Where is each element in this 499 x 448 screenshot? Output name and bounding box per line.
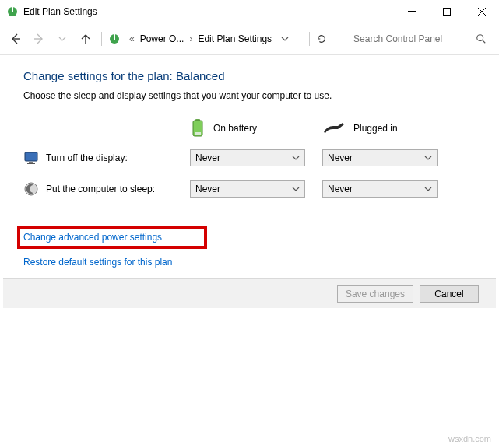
cancel-button[interactable]: Cancel bbox=[420, 285, 479, 303]
plug-icon bbox=[322, 121, 346, 135]
search-icon[interactable] bbox=[476, 33, 493, 44]
chevron-down-icon bbox=[292, 185, 300, 193]
breadcrumb-item-power-options[interactable]: Power O... bbox=[137, 32, 188, 46]
maximize-button[interactable] bbox=[429, 0, 464, 23]
svg-point-6 bbox=[477, 35, 483, 41]
chevron-down-icon bbox=[424, 154, 432, 162]
row-label-display: Turn off the display: bbox=[46, 152, 128, 163]
page-heading: Change settings for the plan: Balanced bbox=[23, 69, 479, 82]
display-battery-dropdown[interactable]: Never bbox=[190, 149, 305, 166]
svg-rect-11 bbox=[29, 162, 33, 163]
sleep-battery-value: Never bbox=[195, 184, 220, 194]
separator bbox=[101, 32, 102, 46]
svg-rect-5 bbox=[114, 34, 115, 40]
address-icon bbox=[108, 33, 121, 45]
chevron-down-icon bbox=[292, 154, 300, 162]
svg-rect-2 bbox=[408, 11, 416, 12]
back-button[interactable] bbox=[6, 30, 25, 48]
svg-rect-12 bbox=[27, 163, 35, 164]
sleep-icon bbox=[23, 181, 39, 197]
svg-rect-9 bbox=[195, 132, 201, 135]
refresh-button[interactable] bbox=[316, 33, 338, 44]
sleep-battery-dropdown[interactable]: Never bbox=[190, 180, 305, 198]
navigation-bar: « Power O... › Edit Plan Settings bbox=[0, 23, 499, 54]
footer-bar: Save changes Cancel bbox=[3, 278, 496, 308]
link-restore-defaults[interactable]: Restore default settings for this plan bbox=[23, 257, 172, 268]
svg-rect-1 bbox=[12, 7, 13, 12]
svg-rect-10 bbox=[25, 152, 37, 161]
save-changes-button[interactable]: Save changes bbox=[337, 285, 413, 303]
column-on-battery: On battery bbox=[190, 118, 322, 138]
chevron-down-icon bbox=[424, 185, 432, 193]
breadcrumb[interactable]: « Power O... › Edit Plan Settings bbox=[125, 32, 276, 46]
sleep-plugged-value: Never bbox=[328, 184, 353, 194]
window-title: Edit Plan Settings bbox=[23, 6, 97, 17]
sleep-plugged-dropdown[interactable]: Never bbox=[322, 180, 438, 198]
column-plugged-in: Plugged in bbox=[322, 121, 455, 135]
title-bar: Edit Plan Settings bbox=[0, 0, 499, 23]
row-turn-off-display: Turn off the display: Never Never bbox=[23, 149, 479, 166]
display-icon bbox=[23, 150, 39, 166]
address-dropdown-icon[interactable] bbox=[281, 35, 303, 43]
row-sleep: Put the computer to sleep: Never Never bbox=[23, 180, 479, 198]
separator bbox=[309, 32, 310, 46]
battery-icon bbox=[190, 118, 206, 138]
recent-dropdown-icon[interactable] bbox=[53, 30, 72, 48]
row-label-sleep: Put the computer to sleep: bbox=[46, 184, 155, 194]
breadcrumb-item-edit-plan[interactable]: Edit Plan Settings bbox=[195, 32, 275, 46]
display-battery-value: Never bbox=[195, 152, 220, 163]
link-advanced-power-settings[interactable]: Change advanced power settings bbox=[17, 226, 207, 249]
breadcrumb-prefix-icon: « bbox=[127, 33, 137, 44]
column-headers: On battery Plugged in bbox=[23, 118, 479, 138]
page-subtext: Choose the sleep and display settings th… bbox=[23, 90, 479, 101]
search-box[interactable] bbox=[352, 30, 493, 48]
up-button[interactable] bbox=[76, 30, 95, 48]
watermark: wsxdn.com bbox=[448, 434, 491, 443]
app-icon bbox=[6, 5, 19, 18]
display-plugged-value: Never bbox=[328, 152, 353, 163]
chevron-right-icon: › bbox=[187, 33, 195, 44]
forward-button[interactable] bbox=[30, 30, 48, 48]
close-button[interactable] bbox=[464, 0, 499, 23]
display-plugged-dropdown[interactable]: Never bbox=[322, 149, 438, 166]
column-label-plugged: Plugged in bbox=[353, 123, 398, 134]
search-input[interactable] bbox=[352, 33, 476, 45]
column-label-battery: On battery bbox=[213, 123, 257, 134]
content-area: Change settings for the plan: Balanced C… bbox=[0, 55, 499, 268]
svg-rect-3 bbox=[443, 8, 450, 15]
minimize-button[interactable] bbox=[394, 0, 429, 23]
